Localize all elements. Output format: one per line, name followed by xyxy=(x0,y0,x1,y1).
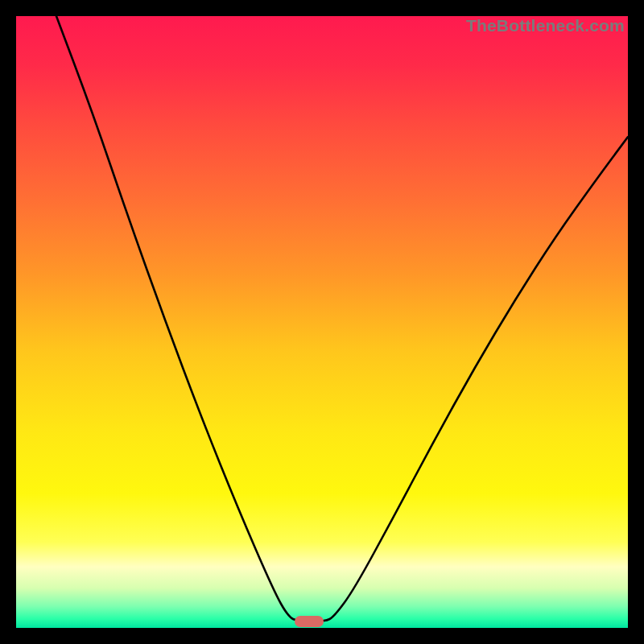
plot-area: TheBottleneck.com xyxy=(16,16,628,628)
chart-frame: TheBottleneck.com xyxy=(0,0,644,644)
svg-rect-0 xyxy=(16,16,628,628)
background-gradient xyxy=(16,16,628,628)
watermark-text: TheBottleneck.com xyxy=(466,16,625,35)
